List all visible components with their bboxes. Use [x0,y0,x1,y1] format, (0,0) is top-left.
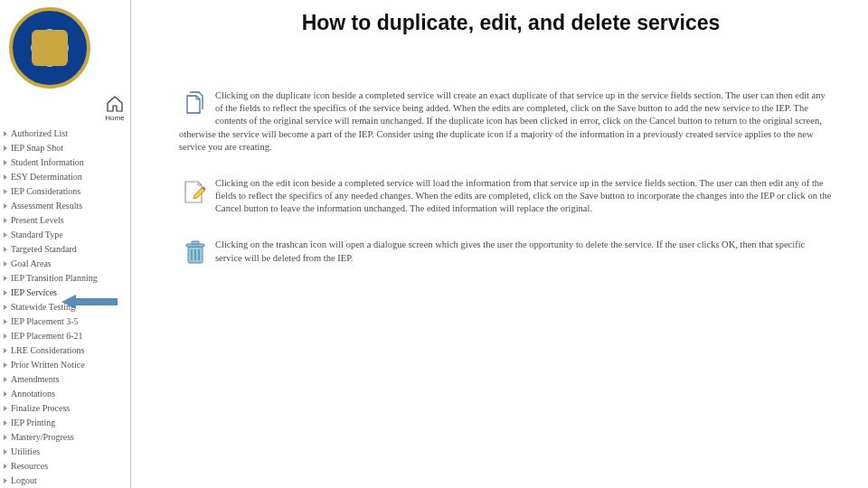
page-title: How to duplicate, edit, and delete servi… [190,11,832,35]
sidebar-item-iep-services[interactable]: IEP Services [4,286,130,300]
duplicate-description: Clicking on the duplicate icon beside a … [179,89,832,154]
sidebar-item-iep-transition-planning[interactable]: IEP Transition Planning [4,271,130,286]
sidebar-item-present-levels[interactable]: Present Levels [4,213,130,228]
duplicate-section: Clicking on the duplicate icon beside a … [172,89,832,154]
sidebar-item-iep-snap-shot[interactable]: IEP Snap Shot [4,141,130,155]
sidebar-item-iep-considerations[interactable]: IEP Considerations [4,184,130,199]
delete-description: Clicking on the trashcan icon will open … [179,239,832,264]
sidebar-item-iep-printing[interactable]: IEP Printing [4,416,130,430]
sidebar-item-iep-placement-3-5[interactable]: IEP Placement 3-5 [4,314,130,329]
sidebar-item-esy-determination[interactable]: ESY Determination [4,170,130,184]
home-label: Home [101,114,128,122]
sidebar-item-iep-placement-6-21[interactable]: IEP Placement 6-21 [4,329,130,343]
sidebar-item-finalize-process[interactable]: Finalize Process [4,401,130,416]
sidebar-item-targeted-standard[interactable]: Targeted Standard [4,242,130,257]
sidebar-item-annotations[interactable]: Annotations [4,387,130,401]
sidebar-nav: Authorized ListIEP Snap ShotStudent Info… [0,127,130,488]
sidebar: Home Authorized ListIEP Snap ShotStudent… [0,0,131,488]
duplicate-icon [179,89,212,117]
home-button[interactable]: Home [101,96,128,122]
sidebar-item-logout[interactable]: Logout [4,474,130,488]
svg-rect-7 [192,241,199,244]
home-icon [101,96,128,112]
trash-icon [179,239,212,266]
sidebar-item-authorized-list[interactable]: Authorized List [4,127,130,141]
sidebar-item-amendments[interactable]: Amendments [4,372,130,387]
sidebar-item-prior-written-notice[interactable]: Prior Written Notice [4,358,130,372]
sidebar-item-standard-type[interactable]: Standard Type [4,228,130,242]
edit-icon [179,177,212,204]
sidebar-item-student-information[interactable]: Student Information [4,155,130,170]
sidebar-item-assessment-results[interactable]: Assessment Results [4,199,130,213]
sidebar-item-utilities[interactable]: Utilities [4,445,130,459]
sidebar-item-goal-areas[interactable]: Goal Areas [4,257,130,271]
edit-section: Clicking on the edit icon beside a compl… [172,177,832,216]
state-seal-logo [9,7,90,89]
sidebar-item-statewide-testing[interactable]: Statewide Testing [4,300,130,314]
sidebar-item-mastery-progress[interactable]: Mastery/Progress [4,430,130,445]
sidebar-item-resources[interactable]: Resources [4,459,130,474]
edit-description: Clicking on the edit icon beside a compl… [179,177,832,216]
delete-section: Clicking on the trashcan icon will open … [172,239,832,266]
sidebar-item-lre-considerations[interactable]: LRE Considerations [4,343,130,358]
main-content: How to duplicate, edit, and delete servi… [136,0,868,488]
